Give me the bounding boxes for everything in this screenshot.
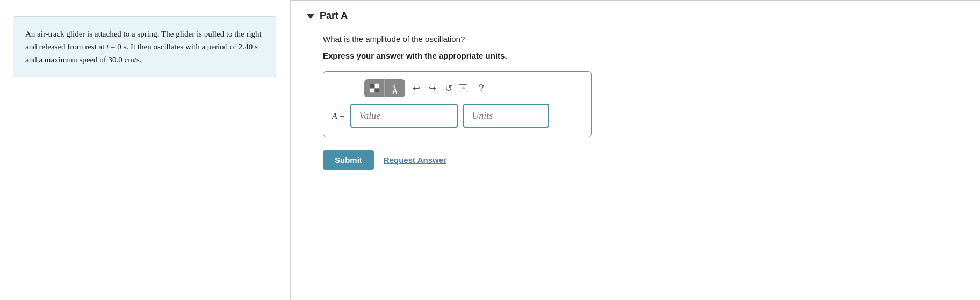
submit-button[interactable]: Submit [323,150,374,170]
matrix-grid-button[interactable] [364,79,385,97]
part-title: Part A [320,10,348,22]
answer-box: μ Å ↩ ↪ ↺ ⌨ ? A = [323,71,592,137]
units-input[interactable] [463,104,549,128]
input-row: A = [332,104,582,128]
redo-button[interactable]: ↪ [426,79,439,97]
equation-label: A = [332,111,345,121]
content-area: What is the amplitude of the oscillation… [291,29,980,181]
svg-rect-0 [370,84,374,88]
action-row: Submit Request Answer [323,150,948,170]
mu-a-button[interactable]: μ Å [385,79,405,97]
request-answer-button[interactable]: Request Answer [384,155,446,165]
instruction-text: Express your answer with the appropriate… [323,51,948,60]
part-header: Part A [291,1,980,29]
undo-button[interactable]: ↩ [409,79,423,97]
toolbar-separator [472,82,472,95]
collapse-chevron-icon[interactable] [307,14,314,19]
svg-rect-2 [370,89,374,92]
problem-text: An air-track glider is attached to a spr… [25,30,262,64]
question-text: What is the amplitude of the oscillation… [323,34,948,44]
help-button[interactable]: ? [475,79,487,97]
matrix-btn-group[interactable]: μ Å [364,79,405,97]
toolbar: μ Å ↩ ↪ ↺ ⌨ ? [332,79,582,97]
left-panel: An air-track glider is attached to a spr… [0,0,290,300]
keyboard-button[interactable]: ⌨ [458,79,469,97]
right-panel: Part A What is the amplitude of the osci… [291,0,980,300]
svg-rect-1 [375,84,379,88]
keyboard-icon: ⌨ [459,84,467,92]
reset-button[interactable]: ↺ [442,79,456,97]
problem-box: An air-track glider is attached to a spr… [13,16,276,77]
value-input[interactable] [350,104,458,128]
svg-rect-3 [375,89,379,92]
